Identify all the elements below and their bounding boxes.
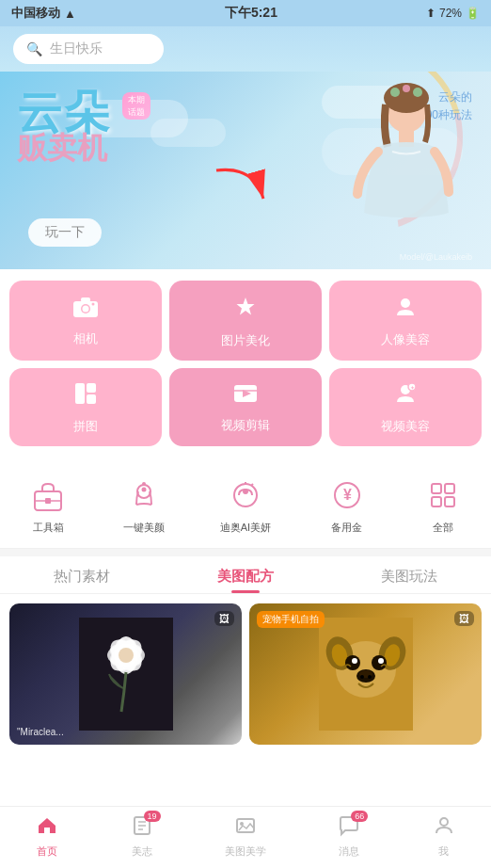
quick-item-fund[interactable]: ¥ 备用金	[326, 474, 368, 535]
image-grid: 🖼 "Miraclea...	[0, 594, 491, 745]
img-card-dog[interactable]: 宠物手机自拍 🖼	[249, 603, 482, 745]
svg-point-2	[390, 88, 400, 97]
status-time: 下午5:21	[225, 5, 277, 22]
tab-hot[interactable]: 热门素材	[0, 556, 164, 593]
meizhi-label: 美志	[132, 844, 152, 859]
status-carrier: 中国移动 ▲	[11, 5, 76, 22]
search-icon: 🔍	[26, 41, 42, 56]
all-icon-wrap	[422, 474, 464, 516]
tabs-row: 热门素材 美图配方 美图玩法	[0, 556, 491, 594]
svg-point-11	[92, 303, 95, 306]
quick-item-all[interactable]: 全部	[422, 474, 464, 535]
flower-author: "Miraclea...	[17, 727, 64, 737]
tab-recipe[interactable]: 美图配方	[164, 556, 327, 593]
fund-icon-wrap: ¥	[326, 474, 368, 516]
portrait-label: 人像美容	[381, 331, 430, 348]
video-beauty-icon: ✦	[393, 381, 418, 412]
play-button[interactable]: 玩一下	[28, 218, 102, 247]
wifi-icon: ▲	[64, 7, 76, 21]
svg-point-60	[360, 675, 364, 679]
quick-item-onekey[interactable]: 一键美颜	[123, 474, 165, 535]
svg-line-30	[251, 484, 253, 486]
dog-card-icon: 🖼	[454, 611, 474, 626]
status-bar: 中国移动 ▲ 下午5:21 ⬆ 72% 🔋	[0, 0, 491, 26]
carrier-text: 中国移动	[11, 5, 60, 22]
flower-card-icon: 🖼	[214, 611, 234, 626]
tabs-section: 热门素材 美图配方 美图玩法	[0, 556, 491, 745]
badge-line2: 话题	[128, 106, 145, 119]
meitu-label: 美图美学	[225, 844, 266, 859]
grid-item-beautify[interactable]: 图片美化	[169, 281, 322, 361]
fund-label: 备用金	[331, 521, 362, 535]
nav-home[interactable]: 首页	[36, 814, 58, 859]
toolbox-icon-wrap	[27, 474, 69, 516]
nav-message[interactable]: 消息 66	[338, 814, 360, 859]
feature-grid: 相机 图片美化 人像美容	[0, 269, 491, 465]
banner-girl	[284, 81, 472, 269]
svg-point-57	[378, 658, 384, 664]
collage-icon	[73, 381, 98, 412]
banner: 云朵 贩卖机 本期 话题 云朵的 100种玩法	[0, 72, 491, 269]
quick-item-toolbox[interactable]: 工具箱	[27, 474, 69, 535]
battery-text: 72%	[439, 7, 462, 20]
beautify-label: 图片美化	[221, 332, 270, 349]
banner-subtitle: 贩卖机	[17, 128, 111, 169]
svg-point-26	[142, 488, 147, 492]
onekey-icon-wrap	[123, 474, 165, 516]
search-bar[interactable]: 🔍 生日快乐	[13, 34, 164, 64]
ai-icon-wrap	[225, 474, 266, 516]
grid-item-video-beauty[interactable]: ✦ 视频美容	[329, 368, 482, 446]
message-badge: 66	[351, 811, 368, 822]
svg-point-56	[352, 658, 357, 664]
profile-label: 我	[438, 844, 449, 859]
quick-item-ai[interactable]: 迪奥AI美妍	[220, 474, 271, 535]
img-card-flower[interactable]: 🖼 "Miraclea...	[9, 603, 242, 745]
collage-label: 拼图	[73, 418, 98, 435]
grid-item-collage[interactable]: 拼图	[9, 368, 162, 446]
bottom-nav: 首页 美志 19 美图美学 消息 6	[0, 806, 491, 868]
grid-item-portrait[interactable]: 人像美容	[329, 281, 482, 361]
camera-label: 相机	[73, 330, 98, 347]
all-label: 全部	[433, 521, 453, 535]
dog-tag: 宠物手机自拍	[257, 611, 325, 628]
svg-rect-13	[75, 383, 85, 404]
svg-rect-10	[81, 297, 90, 302]
svg-point-12	[401, 298, 410, 308]
toolbox-label: 工具箱	[33, 521, 64, 535]
svg-point-47	[119, 648, 134, 663]
svg-rect-15	[87, 394, 96, 404]
banner-left-text: 云朵 贩卖机	[17, 90, 111, 169]
location-icon: ⬆	[426, 7, 436, 20]
onekey-label: 一键美颜	[123, 521, 165, 535]
meitu-icon	[234, 814, 257, 843]
home-label: 首页	[37, 844, 57, 859]
svg-point-68	[440, 818, 448, 826]
grid-item-video-edit[interactable]: 视频剪辑	[169, 368, 322, 446]
nav-meizhi[interactable]: 美志 19	[131, 814, 153, 859]
grid-row-1: 相机 图片美化 人像美容	[9, 281, 482, 361]
tab-play[interactable]: 美图玩法	[327, 556, 491, 593]
ai-label: 迪奥AI美妍	[220, 521, 271, 535]
nav-meitu[interactable]: 美图美学	[225, 814, 266, 859]
nav-profile[interactable]: 我	[433, 814, 455, 859]
profile-icon	[433, 814, 455, 843]
grid-item-camera[interactable]: 相机	[9, 281, 162, 361]
svg-rect-36	[432, 497, 441, 506]
search-placeholder: 生日快乐	[50, 40, 103, 57]
grid-row-2: 拼图 视频剪辑 ✦ 视频美容	[9, 368, 482, 446]
svg-point-31	[243, 489, 248, 494]
model-credit: Model/@Laukakeib	[400, 252, 472, 262]
svg-point-3	[403, 85, 410, 92]
svg-point-9	[83, 306, 89, 313]
svg-text:¥: ¥	[343, 487, 352, 503]
message-label: 消息	[339, 844, 359, 859]
badge-line1: 本期	[128, 94, 145, 106]
quick-menu: 工具箱 一键美颜 迪奥AI美妍	[0, 465, 491, 549]
svg-rect-14	[87, 383, 96, 393]
svg-point-61	[368, 675, 372, 679]
portrait-icon	[393, 295, 418, 326]
svg-rect-35	[445, 484, 454, 493]
video-edit-icon	[232, 382, 259, 411]
red-arrow	[207, 161, 282, 217]
flower-image	[9, 603, 242, 745]
